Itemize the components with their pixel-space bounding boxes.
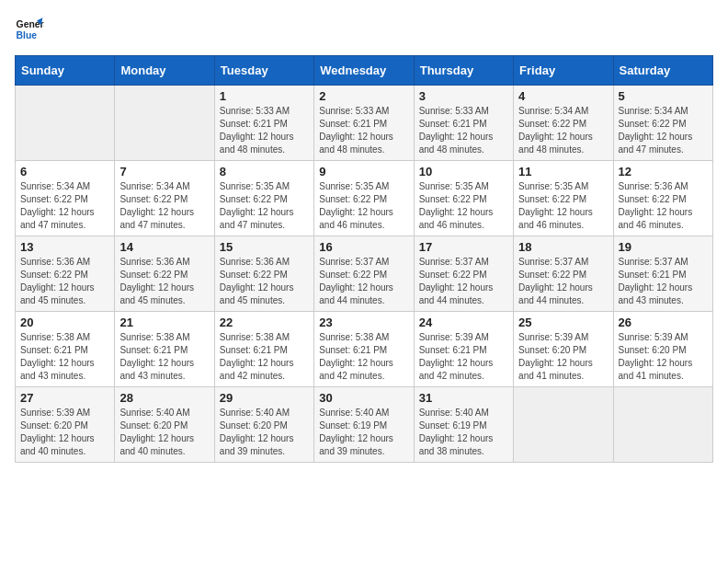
calendar-day-cell: [16, 86, 115, 161]
calendar-week-row: 6Sunrise: 5:34 AM Sunset: 6:22 PM Daylig…: [16, 161, 713, 236]
day-info: Sunrise: 5:37 AM Sunset: 6:22 PM Dayligh…: [319, 256, 408, 307]
calendar-day-header: Monday: [115, 56, 214, 86]
day-number: 3: [419, 89, 508, 103]
calendar-day-header: Thursday: [414, 56, 513, 86]
calendar-day-cell: 20Sunrise: 5:38 AM Sunset: 6:21 PM Dayli…: [16, 312, 115, 387]
day-number: 16: [319, 240, 408, 254]
calendar-week-row: 27Sunrise: 5:39 AM Sunset: 6:20 PM Dayli…: [16, 387, 713, 463]
day-number: 17: [419, 240, 508, 254]
day-number: 14: [119, 240, 209, 254]
calendar-day-cell: 22Sunrise: 5:38 AM Sunset: 6:21 PM Dayli…: [214, 312, 313, 387]
calendar-day-cell: 6Sunrise: 5:34 AM Sunset: 6:22 PM Daylig…: [16, 161, 115, 236]
day-number: 29: [220, 391, 309, 405]
calendar-day-cell: 14Sunrise: 5:36 AM Sunset: 6:22 PM Dayli…: [115, 236, 214, 312]
calendar-day-cell: [613, 387, 712, 463]
calendar-day-cell: 12Sunrise: 5:36 AM Sunset: 6:22 PM Dayli…: [613, 161, 712, 236]
day-info: Sunrise: 5:33 AM Sunset: 6:21 PM Dayligh…: [319, 105, 408, 156]
calendar-day-cell: 28Sunrise: 5:40 AM Sunset: 6:20 PM Dayli…: [115, 387, 214, 463]
day-number: 18: [518, 240, 608, 254]
day-number: 27: [20, 391, 109, 405]
day-number: 31: [419, 391, 508, 405]
day-info: Sunrise: 5:35 AM Sunset: 6:22 PM Dayligh…: [518, 180, 608, 232]
day-info: Sunrise: 5:35 AM Sunset: 6:22 PM Dayligh…: [220, 180, 309, 232]
day-info: Sunrise: 5:34 AM Sunset: 6:22 PM Dayligh…: [119, 180, 209, 232]
day-number: 11: [518, 165, 608, 178]
day-number: 15: [220, 240, 309, 254]
day-info: Sunrise: 5:38 AM Sunset: 6:21 PM Dayligh…: [119, 331, 209, 383]
calendar-day-cell: 29Sunrise: 5:40 AM Sunset: 6:20 PM Dayli…: [214, 387, 313, 463]
day-info: Sunrise: 5:38 AM Sunset: 6:21 PM Dayligh…: [220, 331, 309, 383]
calendar-day-cell: 4Sunrise: 5:34 AM Sunset: 6:22 PM Daylig…: [514, 86, 613, 161]
day-info: Sunrise: 5:39 AM Sunset: 6:20 PM Dayligh…: [20, 407, 109, 458]
day-number: 7: [119, 165, 209, 178]
day-number: 19: [619, 240, 708, 254]
day-info: Sunrise: 5:39 AM Sunset: 6:20 PM Dayligh…: [518, 331, 608, 383]
logo: General Blue: [15, 15, 48, 44]
calendar-day-cell: 1Sunrise: 5:33 AM Sunset: 6:21 PM Daylig…: [214, 86, 313, 161]
day-number: 20: [20, 316, 109, 329]
day-info: Sunrise: 5:39 AM Sunset: 6:20 PM Dayligh…: [619, 331, 708, 383]
day-number: 4: [518, 89, 608, 103]
calendar-table: SundayMondayTuesdayWednesdayThursdayFrid…: [15, 55, 713, 463]
calendar-day-cell: 9Sunrise: 5:35 AM Sunset: 6:22 PM Daylig…: [314, 161, 414, 236]
calendar-week-row: 1Sunrise: 5:33 AM Sunset: 6:21 PM Daylig…: [16, 86, 713, 161]
day-info: Sunrise: 5:36 AM Sunset: 6:22 PM Dayligh…: [220, 256, 309, 307]
day-info: Sunrise: 5:40 AM Sunset: 6:20 PM Dayligh…: [220, 407, 309, 458]
day-number: 30: [319, 391, 408, 405]
day-info: Sunrise: 5:33 AM Sunset: 6:21 PM Dayligh…: [220, 105, 309, 156]
svg-text:Blue: Blue: [17, 30, 38, 40]
day-info: Sunrise: 5:40 AM Sunset: 6:20 PM Dayligh…: [119, 407, 209, 458]
calendar-day-cell: 30Sunrise: 5:40 AM Sunset: 6:19 PM Dayli…: [314, 387, 414, 463]
day-number: 22: [220, 316, 309, 329]
day-info: Sunrise: 5:38 AM Sunset: 6:21 PM Dayligh…: [20, 331, 109, 383]
day-number: 5: [619, 89, 708, 103]
calendar-day-cell: 13Sunrise: 5:36 AM Sunset: 6:22 PM Dayli…: [16, 236, 115, 312]
calendar-day-header: Sunday: [16, 56, 115, 86]
page-header: General Blue: [15, 15, 713, 44]
calendar-day-cell: 19Sunrise: 5:37 AM Sunset: 6:21 PM Dayli…: [613, 236, 712, 312]
day-number: 6: [20, 165, 109, 178]
day-info: Sunrise: 5:37 AM Sunset: 6:22 PM Dayligh…: [518, 256, 608, 307]
calendar-header-row: SundayMondayTuesdayWednesdayThursdayFrid…: [16, 56, 713, 86]
day-info: Sunrise: 5:40 AM Sunset: 6:19 PM Dayligh…: [419, 407, 508, 458]
calendar-day-cell: 16Sunrise: 5:37 AM Sunset: 6:22 PM Dayli…: [314, 236, 414, 312]
calendar-day-cell: 17Sunrise: 5:37 AM Sunset: 6:22 PM Dayli…: [414, 236, 513, 312]
calendar-week-row: 20Sunrise: 5:38 AM Sunset: 6:21 PM Dayli…: [16, 312, 713, 387]
calendar-day-header: Tuesday: [214, 56, 313, 86]
day-number: 2: [319, 89, 408, 103]
calendar-day-cell: 18Sunrise: 5:37 AM Sunset: 6:22 PM Dayli…: [514, 236, 613, 312]
day-number: 10: [419, 165, 508, 178]
calendar-day-cell: 11Sunrise: 5:35 AM Sunset: 6:22 PM Dayli…: [514, 161, 613, 236]
day-info: Sunrise: 5:37 AM Sunset: 6:22 PM Dayligh…: [419, 256, 508, 307]
day-number: 24: [419, 316, 508, 329]
day-number: 12: [619, 165, 708, 178]
day-info: Sunrise: 5:36 AM Sunset: 6:22 PM Dayligh…: [619, 180, 708, 232]
day-info: Sunrise: 5:39 AM Sunset: 6:21 PM Dayligh…: [419, 331, 508, 383]
day-info: Sunrise: 5:40 AM Sunset: 6:19 PM Dayligh…: [319, 407, 408, 458]
logo-icon: General Blue: [15, 15, 44, 44]
calendar-day-cell: 15Sunrise: 5:36 AM Sunset: 6:22 PM Dayli…: [214, 236, 313, 312]
day-info: Sunrise: 5:35 AM Sunset: 6:22 PM Dayligh…: [419, 180, 508, 232]
calendar-day-cell: 31Sunrise: 5:40 AM Sunset: 6:19 PM Dayli…: [414, 387, 513, 463]
day-info: Sunrise: 5:33 AM Sunset: 6:21 PM Dayligh…: [419, 105, 508, 156]
day-number: 25: [518, 316, 608, 329]
calendar-day-cell: [514, 387, 613, 463]
calendar-week-row: 13Sunrise: 5:36 AM Sunset: 6:22 PM Dayli…: [16, 236, 713, 312]
day-info: Sunrise: 5:34 AM Sunset: 6:22 PM Dayligh…: [518, 105, 608, 156]
calendar-day-cell: 7Sunrise: 5:34 AM Sunset: 6:22 PM Daylig…: [115, 161, 214, 236]
calendar-day-cell: 21Sunrise: 5:38 AM Sunset: 6:21 PM Dayli…: [115, 312, 214, 387]
day-info: Sunrise: 5:38 AM Sunset: 6:21 PM Dayligh…: [319, 331, 408, 383]
day-info: Sunrise: 5:34 AM Sunset: 6:22 PM Dayligh…: [619, 105, 708, 156]
calendar-day-cell: 3Sunrise: 5:33 AM Sunset: 6:21 PM Daylig…: [414, 86, 513, 161]
calendar-day-header: Saturday: [613, 56, 712, 86]
day-number: 28: [119, 391, 209, 405]
day-info: Sunrise: 5:34 AM Sunset: 6:22 PM Dayligh…: [20, 180, 109, 232]
calendar-day-cell: 23Sunrise: 5:38 AM Sunset: 6:21 PM Dayli…: [314, 312, 414, 387]
calendar-day-cell: 2Sunrise: 5:33 AM Sunset: 6:21 PM Daylig…: [314, 86, 414, 161]
day-number: 23: [319, 316, 408, 329]
calendar-day-cell: 5Sunrise: 5:34 AM Sunset: 6:22 PM Daylig…: [613, 86, 712, 161]
day-info: Sunrise: 5:37 AM Sunset: 6:21 PM Dayligh…: [619, 256, 708, 307]
day-number: 8: [220, 165, 309, 178]
day-number: 21: [119, 316, 209, 329]
day-info: Sunrise: 5:36 AM Sunset: 6:22 PM Dayligh…: [119, 256, 209, 307]
